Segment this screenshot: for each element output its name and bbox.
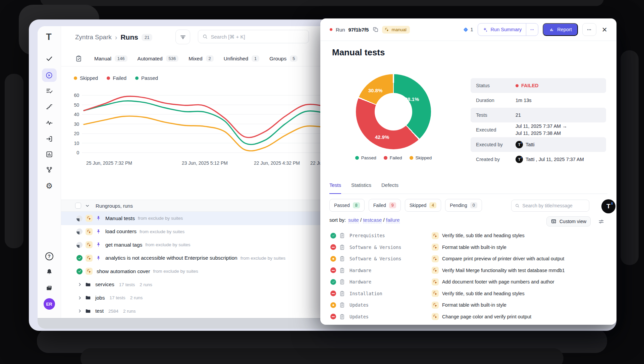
runs-tab[interactable]: Unfinished 1	[224, 55, 259, 62]
status-filter-chip[interactable]: Failed 9	[369, 199, 401, 212]
run-name[interactable]: test	[95, 308, 104, 314]
sort-link-failure[interactable]: failure	[386, 217, 400, 223]
panel-tab[interactable]: Tests	[329, 182, 341, 194]
test-row[interactable]: Installation Verify title, sub title and…	[320, 288, 616, 300]
tab-count-badge: 536	[166, 55, 179, 62]
app-logo[interactable]: T	[46, 32, 52, 42]
tests-search[interactable]	[511, 200, 589, 212]
sidebar-item-plans[interactable]	[45, 87, 53, 95]
expand-chevron-icon[interactable]	[77, 282, 82, 287]
help-button[interactable]: ?	[45, 252, 53, 260]
manual-run-icon	[86, 255, 93, 262]
test-suite: Software & Versions	[350, 256, 429, 261]
test-title[interactable]: Compare print preview of printer driver …	[442, 256, 564, 261]
run-name[interactable]: Manual tests	[105, 215, 135, 221]
manual-test-icon	[432, 267, 439, 274]
manual-cursor-icon	[384, 27, 389, 32]
test-row[interactable]: Prerequisites Verify title, sub title an…	[320, 230, 616, 242]
test-row[interactable]: Updates Change page color and verify pri…	[320, 311, 616, 323]
custom-view-button[interactable]: Custom view	[546, 216, 591, 226]
status-filter-chip[interactable]: Passed 8	[329, 199, 365, 212]
test-title[interactable]: Change page color and verify print outpu…	[442, 314, 531, 319]
filter-button[interactable]	[175, 30, 190, 44]
close-panel-button[interactable]: ×	[601, 25, 608, 34]
runs-tab[interactable]: Mixed 2	[189, 55, 214, 62]
manual-run-icon	[86, 241, 93, 248]
pin-icon[interactable]	[96, 229, 101, 235]
sort-link-testcase[interactable]: testcase	[363, 217, 382, 223]
run-type-badge: manual	[382, 26, 410, 34]
test-title[interactable]: Add document footer with page numbers an…	[442, 279, 554, 284]
test-title[interactable]: Verify title, sub title and heading styl…	[442, 291, 525, 296]
run-status-dot	[330, 28, 332, 31]
test-suite: Hardware	[350, 279, 429, 284]
run-name[interactable]: show automation cover	[97, 268, 150, 274]
projects-button[interactable]	[45, 284, 53, 292]
pin-icon[interactable]	[96, 242, 101, 248]
runs-count-badge: 21	[142, 34, 152, 41]
test-title[interactable]: Format table with built-in style	[442, 302, 506, 308]
test-row[interactable]: Hardware Add document footer with page n…	[320, 276, 616, 288]
sidebar-item-reports[interactable]	[45, 151, 53, 158]
sidebar-item-branches[interactable]	[45, 166, 53, 174]
info-label: Created by	[476, 157, 516, 162]
test-row[interactable]: Updates Format table with built-in style	[320, 299, 616, 311]
test-title[interactable]: Verify title, sub title and heading styl…	[442, 233, 525, 238]
sort-link-suite[interactable]: suite	[348, 217, 359, 223]
pin-icon[interactable]	[96, 255, 101, 261]
test-row[interactable]: Hardware Verify Mail Merge functionality…	[320, 265, 616, 276]
credits-indicator[interactable]: 1	[463, 27, 473, 33]
run-name[interactable]: load counters	[105, 228, 137, 235]
run-name[interactable]: analytics is not accessible without Ente…	[105, 255, 237, 261]
search-input[interactable]	[211, 34, 305, 40]
test-suite: Updates	[350, 302, 429, 308]
chip-count-badge: 4	[429, 202, 436, 208]
chevron-down-icon[interactable]	[85, 203, 90, 208]
test-row[interactable]: Software & Versions Compare print previe…	[320, 253, 616, 265]
assistant-avatar[interactable]: T	[601, 199, 615, 213]
run-name[interactable]: get manual tags	[105, 242, 142, 248]
sidebar-item-activity[interactable]	[45, 119, 53, 127]
manual-test-icon	[432, 278, 439, 285]
runs-tab[interactable]: Groups 5	[269, 55, 298, 62]
test-row[interactable]: Software & Versions Format table with bu…	[320, 242, 616, 253]
notifications-button[interactable]	[45, 268, 53, 276]
copy-run-id-button[interactable]	[373, 27, 379, 33]
run-name[interactable]: jobs	[95, 295, 105, 301]
panel-tab[interactable]: Statistics	[351, 182, 371, 194]
legend-item: Failed	[107, 75, 126, 81]
sidebar-item-imports[interactable]	[45, 135, 53, 143]
runs-tab[interactable]: Manual 146	[94, 55, 127, 62]
sidebar-item-testcases[interactable]	[45, 55, 53, 63]
run-info-table: Status T FAILED Duration T 1m 13s Tests …	[471, 78, 606, 167]
test-title[interactable]: Format table with built-in style	[442, 245, 506, 250]
test-row[interactable]	[320, 322, 616, 325]
sidebar-item-milestones[interactable]	[45, 103, 53, 111]
run-name[interactable]: services	[95, 281, 114, 288]
status-filter-chip[interactable]: Pending 0	[445, 199, 482, 212]
run-summary-button[interactable]: Run Summary	[478, 23, 539, 36]
test-title[interactable]: Verify Mail Merge functionality with tes…	[442, 268, 565, 273]
clipboard-icon	[339, 244, 345, 250]
expand-chevron-icon[interactable]	[77, 296, 82, 300]
status-filter-chip[interactable]: Skipped 4	[405, 199, 441, 212]
breadcrumb-project[interactable]: Zyntra Spark	[75, 34, 112, 41]
run-summary-more-button[interactable]	[526, 23, 538, 36]
panel-more-button[interactable]	[582, 23, 596, 36]
group-runs-count: 2 runs	[130, 295, 143, 300]
tests-search-input[interactable]	[522, 203, 586, 208]
run-progress-icon	[76, 255, 83, 261]
view-settings-button[interactable]	[598, 218, 604, 225]
runs-tab[interactable]: Automated 536	[138, 55, 179, 62]
global-search[interactable]	[198, 30, 309, 43]
select-all-checkbox[interactable]	[75, 203, 81, 209]
panel-tab[interactable]: Defects	[381, 182, 398, 194]
expand-chevron-icon[interactable]	[77, 309, 82, 313]
sidebar-item-runs[interactable]	[42, 68, 57, 82]
pin-icon[interactable]	[96, 215, 101, 221]
sidebar-item-settings[interactable]: ⚙	[46, 181, 53, 191]
user-avatar[interactable]: ER	[44, 298, 55, 310]
report-button[interactable]: Report	[543, 23, 578, 36]
select-runs-icon[interactable]	[75, 55, 82, 62]
donut-label-failed: 42.9%	[375, 134, 389, 140]
